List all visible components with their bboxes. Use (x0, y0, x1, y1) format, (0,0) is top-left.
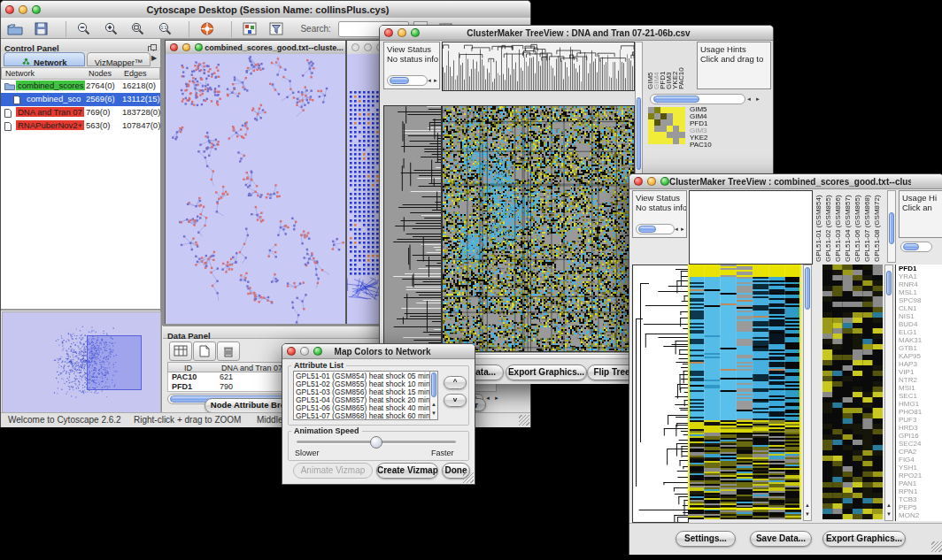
tv1-column-dendrogram[interactable] (442, 42, 635, 91)
gene-label[interactable]: CPA2 (899, 448, 942, 456)
scroll-left-icon[interactable]: ◄ (674, 226, 679, 232)
gene-label[interactable]: GPI16 (899, 432, 942, 440)
network-view-titlebar[interactable]: combined_scores_good.txt--cluste... (166, 41, 345, 55)
matrix-cell[interactable] (673, 107, 679, 113)
matrix-cell[interactable] (648, 107, 654, 113)
gene-label[interactable]: YSH1 (899, 464, 942, 472)
treeview2-titlebar[interactable]: ClusterMaker TreeView : combined_scores_… (629, 174, 942, 189)
tv2-column-label[interactable]: GPL51-04 (GSM857) (844, 190, 853, 262)
grid-window-titlebar[interactable] (347, 41, 382, 55)
gene-label[interactable]: CLN1 (899, 304, 942, 312)
export-graphics-button[interactable]: Export Graphics... (506, 364, 587, 380)
birds-eye-view[interactable] (2, 311, 161, 414)
matrix-cell[interactable] (679, 107, 685, 113)
matrix-cell[interactable] (660, 107, 667, 113)
scroll-left-icon[interactable]: ◄ (427, 78, 432, 83)
view-status-scrollbar[interactable] (636, 224, 675, 234)
scroll-up-icon[interactable]: ▲ (805, 502, 810, 508)
scroll-right-icon[interactable]: ► (494, 395, 499, 401)
scroll-left-icon[interactable]: ◄ (746, 96, 752, 102)
tv1-correlation-matrix[interactable] (648, 107, 687, 146)
tv2-secondary-heatmap[interactable] (822, 265, 883, 519)
zoom-window-icon[interactable] (195, 43, 203, 51)
matrix-cell[interactable] (660, 119, 667, 126)
tv2-column-label[interactable]: GPL51-07 (GSM868) (863, 190, 873, 262)
scroll-up-icon[interactable]: ▲ (886, 502, 892, 508)
matrix-cell[interactable] (648, 126, 654, 132)
tv2-heat2-vscrollbar[interactable]: ▲ ▼ (884, 265, 893, 521)
tv1-column-label[interactable]: GIM5 (646, 42, 652, 89)
matrix-cell[interactable] (667, 107, 673, 113)
gene-label[interactable]: PHO81 (899, 408, 942, 416)
col-network[interactable]: Network (5, 69, 35, 78)
resize-grip[interactable] (931, 541, 942, 552)
treeview1-titlebar[interactable]: ClusterMaker TreeView : DNA and Tran 07-… (380, 26, 773, 41)
tv1-column-label[interactable]: GIM4 (652, 42, 659, 89)
col-edges[interactable]: Edges (124, 69, 147, 78)
tv2-column-label[interactable]: GPL51-06 (GSM865) (853, 190, 863, 262)
gene-label[interactable]: PUF3 (899, 416, 942, 424)
main-titlebar[interactable]: Cytoscape Desktop (Session Name: collins… (1, 1, 530, 19)
tv2-row-dendrogram[interactable] (632, 265, 689, 523)
network-list-item[interactable]: combined_sco2569(6)13112(15) (1, 93, 160, 106)
export-graphics-button[interactable]: Export Graphics... (822, 531, 906, 547)
gene-label[interactable]: HAP3 (899, 360, 942, 368)
tv1-column-label[interactable]: PFD1 (659, 42, 665, 89)
resize-grip[interactable] (463, 472, 474, 483)
close-icon[interactable] (384, 28, 393, 37)
matrix-cell[interactable] (673, 119, 679, 126)
gene-label[interactable]: MSI1 (899, 384, 942, 392)
gene-label[interactable]: MSL1 (899, 288, 942, 296)
animate-vizmap-button[interactable]: Animate Vizmap (293, 463, 373, 479)
move-down-button[interactable]: v (444, 394, 467, 407)
gene-label[interactable]: NIS1 (899, 312, 942, 320)
gene-label[interactable]: SPC98 (899, 296, 942, 304)
matrix-cell[interactable] (673, 132, 679, 138)
gene-label[interactable]: RNR4 (899, 280, 942, 288)
tv2-column-label[interactable]: GPL51-02 (GSM855) (824, 190, 834, 262)
gene-label[interactable]: TCB3 (899, 495, 942, 503)
scroll-right-icon[interactable]: ► (755, 96, 761, 102)
tv1-heatmap[interactable] (442, 105, 635, 352)
attribute-list-item[interactable]: GPL51-07 (GSM868) heat shock 60 min (296, 412, 436, 420)
minimize-icon[interactable] (182, 43, 190, 51)
col-id[interactable]: ID (184, 364, 192, 372)
matrix-cell[interactable] (673, 126, 679, 132)
resize-grip[interactable] (519, 415, 529, 426)
scroll-left-icon[interactable]: ◄ (485, 395, 490, 401)
matrix-cell[interactable] (654, 138, 660, 144)
network-panel-icon[interactable] (242, 21, 259, 37)
matrix-cell[interactable] (667, 138, 673, 144)
gene-label[interactable]: VIP1 (899, 368, 942, 376)
network-canvas[interactable] (166, 54, 345, 324)
matrix-cell[interactable] (654, 132, 660, 138)
matrix-cell[interactable] (679, 132, 685, 138)
create-vizmap-button[interactable]: Create Vizmap (376, 463, 438, 479)
scroll-down-icon[interactable]: ▼ (886, 511, 892, 517)
gene-label[interactable]: HMG1 (899, 400, 942, 408)
speed-slider-thumb[interactable] (370, 436, 382, 449)
gene-label[interactable]: RPN1 (899, 487, 942, 495)
tv1-matrix-hscrollbar[interactable] (650, 94, 745, 104)
tv2-collabel-vscrollbar[interactable] (887, 190, 896, 263)
attribute-list[interactable]: GPL51-01 (GSM854) heat shock 05 minGPL51… (293, 371, 438, 420)
minimize-icon[interactable] (398, 28, 406, 37)
move-up-button[interactable]: ^ (444, 376, 467, 389)
help-ring-icon[interactable] (199, 21, 217, 37)
tv2-heat-vscrollbar[interactable]: ▲ ▼ (803, 265, 812, 521)
zoom-window-icon[interactable] (313, 347, 322, 356)
scroll-down-icon[interactable]: ▼ (805, 511, 810, 517)
gene-label[interactable]: MON2 (899, 511, 942, 519)
matrix-cell[interactable] (660, 138, 667, 144)
network-list-item[interactable]: combined_scores2764(0)16218(0) (1, 80, 160, 93)
tv1-column-label[interactable]: YKE2 (671, 42, 677, 89)
gene-label[interactable]: PFD1 (899, 265, 942, 272)
minimize-icon[interactable] (364, 43, 372, 51)
matrix-cell[interactable] (654, 119, 660, 126)
open-folder-icon[interactable] (6, 21, 24, 37)
gene-label[interactable]: YRA1 (899, 272, 942, 280)
minimize-icon[interactable] (647, 177, 656, 186)
save-icon[interactable] (33, 21, 50, 37)
matrix-cell[interactable] (654, 113, 660, 119)
gene-label[interactable]: MAK31 (899, 336, 942, 344)
